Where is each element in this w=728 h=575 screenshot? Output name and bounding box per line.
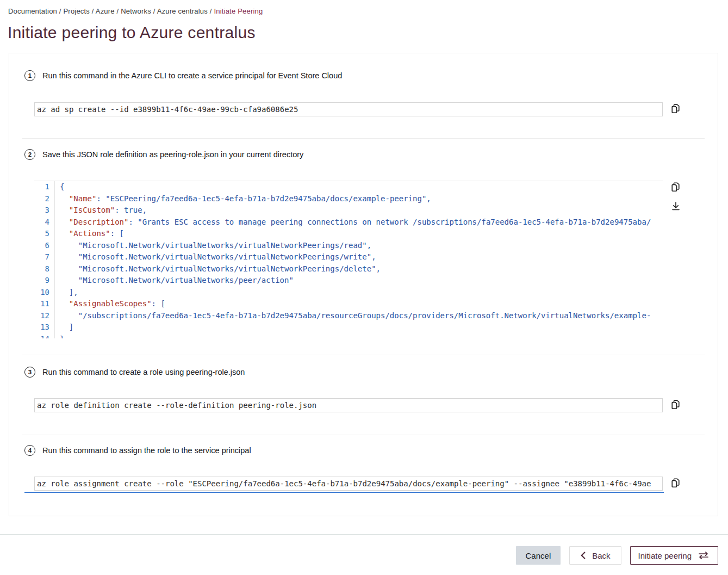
code-block-peering-role-json[interactable]: 1{2 "Name": "ESCPeering/fa7eed6a-1ec5-4e… [34, 181, 663, 338]
step-1: 1 Run this command in the Azure CLI to c… [24, 70, 702, 116]
breadcrumb-link[interactable]: Azure [96, 7, 115, 15]
line-number: 3 [34, 205, 55, 217]
line-number: 9 [34, 275, 55, 287]
code-text: } [55, 333, 64, 339]
breadcrumb-separator: / [57, 7, 63, 15]
code-text: { [55, 181, 64, 193]
footer-actions: Cancel Back Initiate peering [516, 546, 718, 565]
line-number: 4 [34, 217, 55, 228]
code-line: 8 "Microsoft.Network/virtualNetworks/vir… [34, 263, 663, 275]
breadcrumb-link[interactable]: Networks [121, 7, 151, 15]
line-number: 10 [34, 287, 55, 299]
copy-icon [670, 182, 681, 193]
line-number: 12 [34, 310, 55, 322]
code-text: "AssignableScopes": [ [55, 298, 165, 310]
download-icon [670, 201, 681, 212]
page-title: Initiate peering to Azure centralus [8, 23, 728, 42]
step-3: 3 Run this command to create a role usin… [24, 366, 702, 412]
breadcrumb-link[interactable]: Documentation [8, 7, 57, 15]
breadcrumb-separator: / [90, 7, 96, 15]
code-line: 2 "Name": "ESCPeering/fa7eed6a-1ec5-4efa… [34, 193, 663, 205]
breadcrumb-separator: / [208, 7, 214, 15]
cancel-button-label: Cancel [526, 551, 551, 560]
code-line: 11 "AssignableScopes": [ [34, 298, 663, 310]
line-number: 6 [34, 240, 55, 252]
code-line: 7 "Microsoft.Network/virtualNetworks/vir… [34, 251, 663, 263]
code-text: "Description": "Grants ESC access to man… [55, 217, 651, 228]
line-number: 8 [34, 263, 55, 275]
download-button[interactable] [670, 201, 681, 212]
code-line: 10 ], [34, 287, 663, 299]
code-line: 4 "Description": "Grants ESC access to m… [34, 217, 663, 228]
code-line: 13 ] [34, 321, 663, 333]
step-separator [22, 435, 705, 435]
step-separator [22, 138, 705, 139]
line-number: 5 [34, 228, 55, 240]
step-number-badge: 1 [24, 70, 35, 81]
command-input-create-sp[interactable]: az ad sp create --id e3899b11-4f6c-49ae-… [34, 102, 663, 116]
breadcrumb-link[interactable]: Projects [63, 7, 90, 15]
copy-button[interactable] [670, 182, 681, 193]
code-line: 14} [34, 333, 663, 339]
step-2: 2 Save this JSON role definition as peer… [24, 149, 702, 338]
back-button[interactable]: Back [569, 546, 621, 565]
breadcrumb-link[interactable]: Azure centralus [157, 7, 208, 15]
initiate-peering-button-label: Initiate peering [638, 551, 692, 560]
footer-divider [0, 534, 728, 535]
copy-button[interactable] [670, 399, 681, 410]
copy-icon [670, 478, 681, 489]
command-input-create-role[interactable]: az role definition create --role-definit… [34, 398, 663, 412]
code-line: 5 "Actions": [ [34, 228, 663, 240]
breadcrumb-separator: / [151, 7, 157, 15]
breadcrumb-current: Initiate Peering [214, 7, 263, 15]
code-text: "Microsoft.Network/virtualNetworks/virtu… [55, 240, 371, 252]
line-number: 2 [34, 193, 55, 205]
step-label: Run this command to create a role using … [42, 368, 245, 376]
chevron-left-icon [580, 551, 586, 560]
step-separator [22, 355, 705, 355]
step-label: Save this JSON role definition as peerin… [42, 150, 303, 159]
code-text: ], [55, 287, 78, 299]
step-number-badge: 4 [24, 445, 35, 456]
step-label: Run this command to assign the role to t… [42, 446, 251, 455]
code-text: "Microsoft.Network/virtualNetworks/virtu… [55, 263, 381, 275]
cancel-button[interactable]: Cancel [516, 546, 561, 565]
copy-icon [670, 399, 681, 410]
code-line: 6 "Microsoft.Network/virtualNetworks/vir… [34, 240, 663, 252]
copy-button[interactable] [670, 103, 681, 114]
line-number: 13 [34, 321, 55, 333]
step-number-badge: 2 [24, 149, 35, 160]
code-line: 12 "/subscriptions/fa7eed6a-1ec5-4efa-b7… [34, 310, 663, 322]
code-line: 9 "Microsoft.Network/virtualNetworks/pee… [34, 275, 663, 287]
horizontal-scrollbar[interactable] [24, 492, 664, 493]
code-text: "/subscriptions/fa7eed6a-1ec5-4efa-b71a-… [55, 310, 651, 322]
step-number-badge: 3 [24, 367, 35, 378]
command-input-assign-role[interactable]: az role assignment create --role "ESCPee… [34, 477, 663, 491]
copy-button[interactable] [670, 478, 681, 489]
initiate-peering-button[interactable]: Initiate peering [630, 546, 718, 565]
line-number: 11 [34, 298, 55, 310]
swap-horizontal-arrows-icon [697, 551, 710, 560]
code-text: "Name": "ESCPeering/fa7eed6a-1ec5-4efa-b… [55, 193, 431, 205]
back-button-label: Back [592, 551, 610, 560]
code-text: "Microsoft.Network/virtualNetworks/peer/… [55, 275, 294, 287]
copy-icon [670, 103, 681, 114]
line-number: 14 [34, 333, 55, 339]
breadcrumb-separator: / [115, 7, 121, 15]
code-text: "Microsoft.Network/virtualNetworks/virtu… [55, 251, 376, 263]
code-text: ] [55, 321, 73, 333]
line-number: 1 [34, 181, 55, 193]
breadcrumb: Documentation / Projects / Azure / Netwo… [0, 0, 728, 15]
step-label: Run this command in the Azure CLI to cre… [42, 71, 342, 80]
code-text: "IsCustom": true, [55, 205, 147, 217]
code-line: 3 "IsCustom": true, [34, 205, 663, 217]
line-number: 7 [34, 251, 55, 263]
step-4: 4 Run this command to assign the role to… [24, 444, 702, 491]
code-text: "Actions": [ [55, 228, 124, 240]
code-line: 1{ [34, 181, 663, 193]
steps-card: 1 Run this command in the Azure CLI to c… [9, 53, 718, 516]
